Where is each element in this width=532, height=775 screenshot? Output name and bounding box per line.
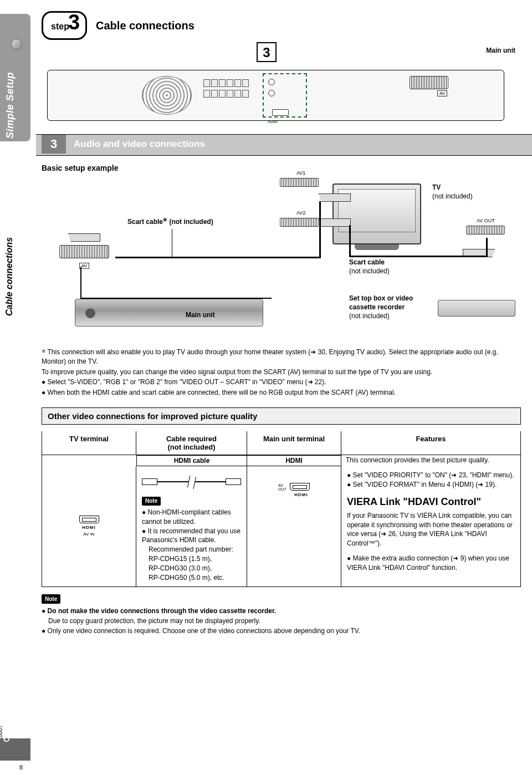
hdmi-cable-drawing xyxy=(142,474,241,491)
hdmi-label: HDMI xyxy=(268,120,278,124)
step-number: 3 xyxy=(68,12,80,33)
set-top-box-icon xyxy=(438,300,515,317)
sidebar-label-simple-setup: Simple Setup xyxy=(4,39,16,139)
scart-av-port-icon xyxy=(59,245,109,258)
stb-caption-line1: Set top box or video xyxy=(349,294,413,302)
scart-plug-icon xyxy=(68,233,100,242)
scart-plug-tv xyxy=(319,193,351,227)
scart-cable-suffix: (not included) xyxy=(167,218,213,226)
subsection-bar-other-video: Other video connections for improved pic… xyxy=(42,407,521,425)
av1-label: AV1 xyxy=(296,170,305,176)
av2-label: AV2 xyxy=(296,210,305,216)
connection-notes: ※ This connection will also enable you t… xyxy=(42,348,521,397)
rca-jack-icon xyxy=(268,79,275,85)
hdmi-port-icon xyxy=(79,516,99,523)
cable-note: Non-HDMI-compliant cables cannot be util… xyxy=(142,508,241,527)
note-tag: Note xyxy=(142,497,161,506)
section-heading: Audio and video connections xyxy=(74,139,205,150)
hdmi-logo-text: HDMI xyxy=(294,492,308,498)
cable-note: RP-CDHG50 (5.0 m), etc. xyxy=(149,573,241,583)
scart-cable-2-note: (not included) xyxy=(349,267,390,275)
main-unit-caption: Main unit xyxy=(186,311,215,319)
section-bar-audio-video: 3 Audio and video connections xyxy=(36,134,532,153)
basic-setup-heading: Basic setup example xyxy=(42,164,521,172)
section-title: Cable connections xyxy=(96,19,195,32)
cable-note: RP-CDHG15 (1.5 m), xyxy=(149,554,241,564)
tv-terminal-cell: HDMI AV IN xyxy=(42,466,136,587)
rca-jack-icon xyxy=(268,90,275,96)
table-subheader-row: HDMI cable HDMI This connection provides… xyxy=(42,455,520,466)
scart-plug-main-unit: AV xyxy=(54,233,115,269)
hdmi-feature-intro: This connection provides the best pictur… xyxy=(341,455,520,466)
page-number: 8 xyxy=(3,731,10,745)
video-connections-table: TV terminal Cable required(not included)… xyxy=(42,431,521,587)
note-bullet: Select "S-VIDEO", "RGB 1" or "RGB 2" fro… xyxy=(42,378,521,387)
pointer-line xyxy=(172,229,172,257)
scart-cable-text: Scart cable xyxy=(127,218,163,226)
callout-box-3: 3 xyxy=(257,42,277,62)
note-paragraph: ※ This connection will also enable you t… xyxy=(42,348,521,366)
speaker-terminals xyxy=(203,79,258,112)
hdmi-port-icon xyxy=(272,109,289,116)
cable-note: It is recommended that you use Panasonic… xyxy=(142,527,241,545)
hdmi-terminal-label: HDMI xyxy=(247,455,341,466)
bottom-note-bold: Do not make the video connections throug… xyxy=(42,606,521,616)
feature-bullet: Set "VIDEO PRIORITY" to "ON" (➜ 23, "HDM… xyxy=(347,471,515,480)
scart-port-icon xyxy=(410,76,448,89)
bottom-note: Due to copy guard protection, the pictur… xyxy=(48,616,521,626)
scart-plug-icon xyxy=(319,193,351,202)
av-out-port-icon xyxy=(466,226,505,234)
note-paragraph: To improve picture quality, you can chan… xyxy=(42,368,521,377)
feature-bullet: Set "VIDEO FORMAT" in Menu 4 (HDMI) (➜ 1… xyxy=(347,480,515,490)
main-unit-front-icon xyxy=(75,299,263,327)
tv-label: TV xyxy=(432,183,441,191)
features-cell: Set "VIDEO PRIORITY" to "ON" (➜ 23, "HDM… xyxy=(341,466,520,587)
step-label: step xyxy=(51,22,69,32)
sidebar-label-cable-connections: Cable connections xyxy=(4,205,14,316)
av-port-label: AV xyxy=(437,90,447,96)
unit-rear-panel: HDMI AV xyxy=(47,70,504,121)
viera-link-body: If your Panasonic TV is VIERA Link compa… xyxy=(347,511,515,548)
unit-rear-diagram: 3 Main unit HDMI AV xyxy=(42,45,521,134)
av-in-label: AV IN xyxy=(83,531,94,537)
hdmi-port-icon xyxy=(290,483,310,491)
page-number-box: 8 xyxy=(0,738,30,761)
section-number: 3 xyxy=(42,135,66,154)
table-header: Features xyxy=(341,431,520,455)
scart-plug-icon xyxy=(319,218,351,227)
table-header: Main unit terminal xyxy=(247,431,341,455)
hdmi-plug-icon xyxy=(226,478,241,485)
left-sidebar: Simple Setup Cable connections ENGLISH R… xyxy=(0,0,30,775)
step-header: step 3 Cable connections xyxy=(42,11,521,40)
tv-note: (not included) xyxy=(432,192,473,200)
main-unit-terminal-cell: AVOUT HDMI xyxy=(247,466,341,587)
table-header-row: TV terminal Cable required(not included)… xyxy=(42,431,520,455)
page-number-small: 8 xyxy=(19,764,23,771)
av-out-label: AV OUT xyxy=(477,218,495,223)
note-bullet: When both the HDMI cable and scart cable… xyxy=(42,388,521,397)
av-out-label: AVOUT xyxy=(278,483,287,491)
bottom-notes: Note Do not make the video connections t… xyxy=(42,594,521,636)
stb-caption-line2: cassette recorder xyxy=(349,303,405,311)
scart-cable-2-label: Scart cable xyxy=(349,258,385,266)
step-badge: step 3 xyxy=(42,11,87,40)
main-unit-label: Main unit xyxy=(486,47,515,54)
cable-required-cell: Note Non-HDMI-compliant cables cannot be… xyxy=(136,466,247,587)
bottom-note: Only one video connection is required. C… xyxy=(42,626,521,636)
tv-stand-icon xyxy=(355,244,399,250)
cable-note: Recommended part number: xyxy=(149,545,241,554)
basic-setup-diagram: AV1 AV2 TV (not included) AV OUT Scart c… xyxy=(42,178,518,339)
cable-note: RP-CDHG30 (3.0 m), xyxy=(149,564,241,573)
scart-cable-label: Scart cable※ (not included) xyxy=(127,217,213,226)
av2-port-icon xyxy=(280,218,319,227)
hdmi-plug-icon xyxy=(142,478,157,485)
section-bar-underline xyxy=(36,152,532,156)
note-tag: Note xyxy=(42,594,60,604)
viera-link-bullet: Make the extra audio connection (➜ 9) wh… xyxy=(347,554,515,573)
table-header: TV terminal xyxy=(42,431,136,455)
hdmi-cable-label: HDMI cable xyxy=(136,455,247,466)
table-header: Cable required(not included) xyxy=(136,431,247,455)
fan-grille-icon xyxy=(142,76,192,115)
stb-caption-note: (not included) xyxy=(349,312,390,320)
hdmi-logo-text: HDMI xyxy=(82,524,95,531)
